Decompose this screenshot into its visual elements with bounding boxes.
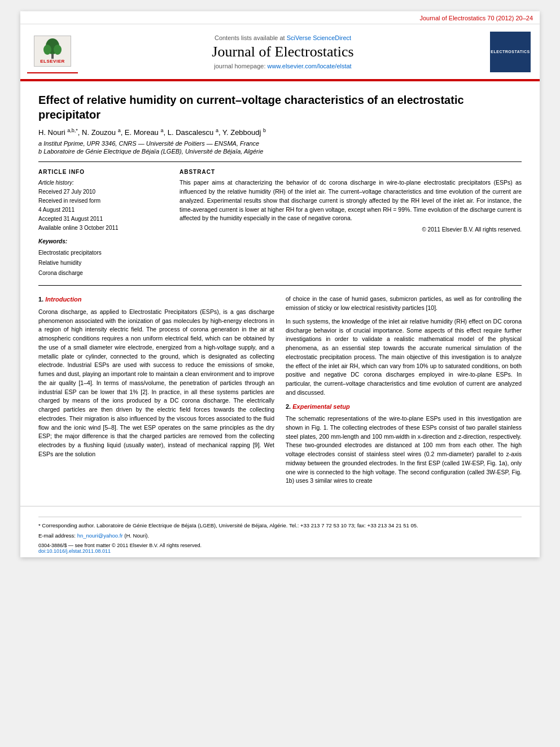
email-link[interactable]: hn_nouri@yahoo.fr (77, 532, 123, 539)
article-info-column: ARTICLE INFO Article history: Received 2… (38, 169, 168, 278)
received-date: Received 27 July 2010 (38, 187, 168, 196)
keywords-list: Electrostatic precipitators Relative hum… (38, 248, 168, 278)
issn-line: 0304-3886/$ — see front matter © 2011 El… (38, 543, 522, 548)
copyright-line: © 2011 Elsevier B.V. All rights reserved… (180, 226, 522, 233)
keyword-3: Corona discharge (38, 268, 168, 278)
article-info-label: ARTICLE INFO (38, 169, 168, 175)
intro-para-1: Corona discharge, as applied to Electros… (38, 308, 274, 459)
main-content: Effect of relative humidity on current–v… (20, 81, 540, 501)
authors-line: H. Nouri a,b,*, N. Zouzou a, E. Moreau a… (38, 128, 522, 137)
abstract-text: This paper aims at characterizing the be… (180, 178, 522, 223)
svg-rect-0 (51, 54, 54, 59)
keyword-1: Electrostatic precipitators (38, 248, 168, 258)
received-revised-date: 4 August 2011 (38, 206, 168, 215)
page: Journal of Electrostatics 70 (2012) 20–2… (20, 11, 540, 557)
keyword-2: Relative humidity (38, 258, 168, 268)
article-title: Effect of relative humidity on current–v… (38, 93, 522, 122)
history-label: Article history: (38, 178, 168, 187)
intro-title: Introduction (45, 296, 81, 303)
abstract-label: ABSTRACT (180, 169, 522, 175)
electrostatics-badge: ELECTROSTATICS (490, 32, 531, 72)
exp-title: Experimental setup (292, 403, 349, 410)
abstract-column: ABSTRACT This paper aims at characterizi… (180, 169, 522, 278)
keywords-section: Keywords: Electrostatic precipitators Re… (38, 238, 168, 278)
svg-point-2 (43, 45, 51, 55)
journal-center-info: Contents lists available at SciVerse Sci… (78, 34, 488, 69)
keywords-label: Keywords: (38, 238, 168, 244)
sciverse-line: Contents lists available at SciVerse Sci… (78, 34, 488, 41)
journal-header: ELSEVIER Contents lists available at Sci… (20, 24, 540, 80)
available-date: Available online 3 October 2011 (38, 224, 168, 233)
corresponding-note: * Corresponding author. Laboratoire de G… (38, 522, 522, 530)
svg-point-3 (54, 45, 62, 55)
elsevier-tree-icon (38, 38, 67, 60)
email-note: E-mail address: hn_nouri@yahoo.fr (H. No… (38, 532, 522, 540)
page-footer: * Corresponding author. Laboratoire de G… (20, 506, 540, 557)
intro-para-2: of choice in the case of humid gases, su… (286, 295, 522, 313)
footer-divider (38, 517, 522, 517)
experimental-para: The schematic representations of the wir… (286, 414, 522, 486)
journal-title: Journal of Electrostatics (78, 43, 488, 60)
accepted-date: Accepted 31 August 2011 (38, 215, 168, 224)
info-section: ARTICLE INFO Article history: Received 2… (38, 169, 522, 278)
electrostatics-badge-container: ELECTROSTATICS (488, 32, 533, 72)
body-left-col: 1. Introduction Corona discharge, as app… (38, 295, 274, 490)
intro-para-3: In such systems, the knowledge of the in… (286, 317, 522, 397)
journal-homepage: journal homepage: www.elsevier.com/locat… (78, 63, 488, 69)
top-banner: Journal of Electrostatics 70 (2012) 20–2… (20, 11, 540, 24)
sciverse-link[interactable]: SciVerse ScienceDirect (287, 34, 351, 41)
affiliation-b: b Laboratoire de Génie Electrique de Béj… (38, 148, 522, 155)
body-right-col: of choice in the case of humid gases, su… (286, 295, 522, 490)
badge-text: ELECTROSTATICS (491, 50, 530, 54)
info-divider-top (38, 161, 522, 162)
homepage-url[interactable]: www.elsevier.com/locate/elstat (268, 63, 352, 69)
intro-heading: 1. Introduction (38, 295, 274, 304)
elsevier-logo-container: ELSEVIER (27, 30, 78, 73)
experimental-heading: 2. Experimental setup (286, 402, 522, 412)
body-columns: 1. Introduction Corona discharge, as app… (38, 295, 522, 490)
doi-line: doi:10.1016/j.elstat.2011.08.011 (38, 548, 522, 554)
journal-citation: Journal of Electrostatics 70 (2012) 20–2… (419, 15, 533, 21)
body-divider (38, 285, 522, 286)
elsevier-logo: ELSEVIER (34, 36, 71, 67)
received-revised-label: Received in revised form (38, 196, 168, 206)
exp-number: 2. (286, 403, 292, 410)
affiliation-a: a Institut Pprime, UPR 3346, CNRS — Univ… (38, 140, 522, 147)
article-history: Article history: Received 27 July 2010 R… (38, 178, 168, 233)
intro-number: 1. (38, 296, 45, 303)
